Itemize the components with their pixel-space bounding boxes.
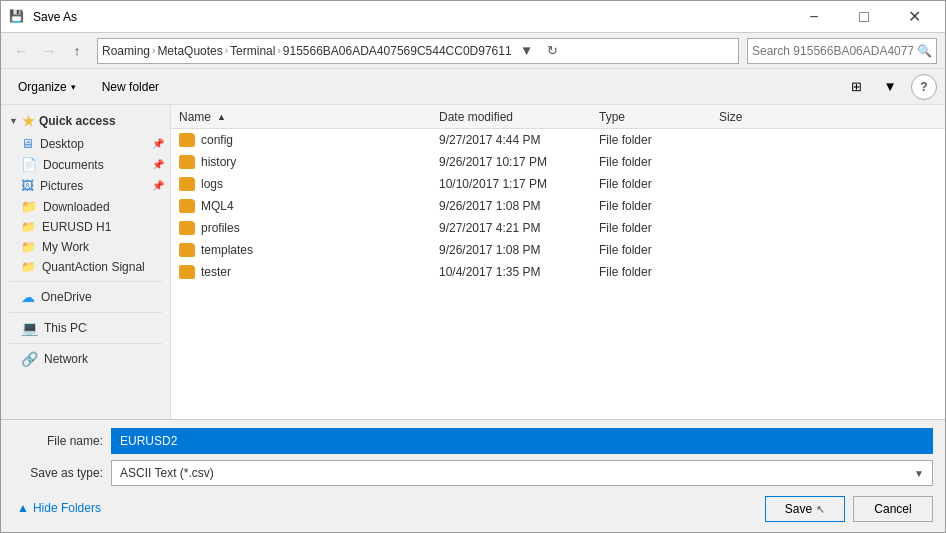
mywork-folder-icon: 📁 xyxy=(21,240,36,254)
sidebar-item-mywork[interactable]: 📁 My Work xyxy=(1,237,170,257)
save-as-type-select[interactable]: ASCII Text (*.csv) ▼ xyxy=(111,460,933,486)
column-name-header[interactable]: Name ▲ xyxy=(171,110,431,124)
new-folder-button[interactable]: New folder xyxy=(93,74,168,100)
sidebar-item-pictures-label: Pictures xyxy=(40,179,83,193)
quick-access-header[interactable]: ▼ ★ Quick access xyxy=(1,109,170,133)
search-input[interactable] xyxy=(752,44,913,58)
search-box[interactable]: 🔍 xyxy=(747,38,937,64)
close-button[interactable]: ✕ xyxy=(891,1,937,33)
crumb-3: Terminal xyxy=(230,44,275,58)
folder-icon-templates xyxy=(179,243,195,257)
file-date-config: 9/27/2017 4:44 PM xyxy=(431,133,591,147)
hide-folders-chevron-icon: ▲ xyxy=(17,501,29,515)
title-bar-left: 💾 Save As xyxy=(9,9,77,25)
sidebar-item-mywork-label: My Work xyxy=(42,240,89,254)
refresh-button[interactable]: ↻ xyxy=(542,40,564,62)
forward-button[interactable]: → xyxy=(37,39,61,63)
save-as-dialog: 💾 Save As − □ ✕ ← → ↑ Roaming › MetaQuot… xyxy=(0,0,946,533)
view-options-button[interactable]: ⊞ xyxy=(843,74,869,100)
sidebar-item-downloaded[interactable]: 📁 Downloaded xyxy=(1,196,170,217)
file-list: config 9/27/2017 4:44 PM File folder his… xyxy=(171,129,945,419)
save-label: Save xyxy=(785,502,812,516)
file-row-logs[interactable]: logs 10/10/2017 1:17 PM File folder xyxy=(171,173,945,195)
maximize-button[interactable]: □ xyxy=(841,1,887,33)
help-button[interactable]: ? xyxy=(911,74,937,100)
save-button[interactable]: Save ↖ xyxy=(765,496,845,522)
window-title: Save As xyxy=(33,10,77,24)
file-date-profiles: 9/27/2017 4:21 PM xyxy=(431,221,591,235)
up-button[interactable]: ↑ xyxy=(65,39,89,63)
sidebar-item-network-label: Network xyxy=(44,352,88,366)
content-area: Name ▲ Date modified Type Size config xyxy=(171,105,945,419)
file-row-profiles[interactable]: profiles 9/27/2017 4:21 PM File folder xyxy=(171,217,945,239)
crumb-sep-2: › xyxy=(225,45,228,56)
sort-icon: ▲ xyxy=(217,112,226,122)
hide-folders-button[interactable]: ▲ Hide Folders xyxy=(13,499,105,517)
title-bar: 💾 Save As − □ ✕ xyxy=(1,1,945,33)
save-as-type-label: Save as type: xyxy=(13,466,103,480)
file-name-profiles: profiles xyxy=(171,221,431,235)
file-row-mql4[interactable]: MQL4 9/26/2017 1:08 PM File folder xyxy=(171,195,945,217)
save-as-type-value: ASCII Text (*.csv) xyxy=(120,466,214,480)
address-bar[interactable]: Roaming › MetaQuotes › Terminal › 915566… xyxy=(97,38,739,64)
sidebar-item-quantaction[interactable]: 📁 QuantAction Signal xyxy=(1,257,170,277)
main-area: ▼ ★ Quick access 🖥 Desktop 📌 📄 Documents… xyxy=(1,105,945,419)
file-row-tester[interactable]: tester 10/4/2017 1:35 PM File folder xyxy=(171,261,945,283)
organize-chevron-icon: ▾ xyxy=(71,82,76,92)
file-date-templates: 9/26/2017 1:08 PM xyxy=(431,243,591,257)
file-type-templates: File folder xyxy=(591,243,711,257)
pictures-folder-icon: 🖼 xyxy=(21,178,34,193)
search-icon: 🔍 xyxy=(917,44,932,58)
sidebar-item-thispc[interactable]: 💻 This PC xyxy=(1,317,170,339)
file-date-tester: 10/4/2017 1:35 PM xyxy=(431,265,591,279)
file-date-history: 9/26/2017 10:17 PM xyxy=(431,155,591,169)
hide-folders-label: Hide Folders xyxy=(33,501,101,515)
file-name-templates: templates xyxy=(171,243,431,257)
sidebar-item-desktop[interactable]: 🖥 Desktop 📌 xyxy=(1,133,170,154)
column-size-header[interactable]: Size xyxy=(711,110,791,124)
save-cursor-icon: ↖ xyxy=(816,503,825,516)
file-row-config[interactable]: config 9/27/2017 4:44 PM File folder xyxy=(171,129,945,151)
sidebar-item-onedrive-label: OneDrive xyxy=(41,290,92,304)
file-date-logs: 10/10/2017 1:17 PM xyxy=(431,177,591,191)
address-breadcrumb: Roaming › MetaQuotes › Terminal › 915566… xyxy=(102,44,512,58)
file-name-input[interactable] xyxy=(111,428,933,454)
file-type-mql4: File folder xyxy=(591,199,711,213)
nav-toolbar: ← → ↑ Roaming › MetaQuotes › Terminal › … xyxy=(1,33,945,69)
sidebar-group-quick-access: ▼ ★ Quick access 🖥 Desktop 📌 📄 Documents… xyxy=(1,109,170,277)
sidebar-item-documents[interactable]: 📄 Documents 📌 xyxy=(1,154,170,175)
sidebar-item-network[interactable]: 🔗 Network xyxy=(1,348,170,370)
crumb-1: Roaming xyxy=(102,44,150,58)
organize-label: Organize xyxy=(18,80,67,94)
thispc-icon: 💻 xyxy=(21,320,38,336)
pin-icon-desktop: 📌 xyxy=(152,138,164,149)
documents-folder-icon: 📄 xyxy=(21,157,37,172)
save-type-row: Save as type: ASCII Text (*.csv) ▼ xyxy=(13,460,933,486)
quick-access-label: Quick access xyxy=(39,114,116,128)
organize-button[interactable]: Organize ▾ xyxy=(9,74,85,100)
address-dropdown-button[interactable]: ▼ xyxy=(516,40,538,62)
bottom-actions-row: ▲ Hide Folders Save ↖ Cancel xyxy=(13,492,933,524)
sidebar-item-pictures[interactable]: 🖼 Pictures 📌 xyxy=(1,175,170,196)
folder-icon-config xyxy=(179,133,195,147)
sidebar-item-eurusd[interactable]: 📁 EURUSD H1 xyxy=(1,217,170,237)
file-type-history: File folder xyxy=(591,155,711,169)
sidebar: ▼ ★ Quick access 🖥 Desktop 📌 📄 Documents… xyxy=(1,105,171,419)
crumb-2: MetaQuotes xyxy=(157,44,222,58)
cancel-button[interactable]: Cancel xyxy=(853,496,933,522)
sidebar-item-onedrive[interactable]: ☁ OneDrive xyxy=(1,286,170,308)
back-button[interactable]: ← xyxy=(9,39,33,63)
minimize-button[interactable]: − xyxy=(791,1,837,33)
file-name-logs: logs xyxy=(171,177,431,191)
column-headers: Name ▲ Date modified Type Size xyxy=(171,105,945,129)
column-type-header[interactable]: Type xyxy=(591,110,711,124)
new-folder-label: New folder xyxy=(102,80,159,94)
file-row-templates[interactable]: templates 9/26/2017 1:08 PM File folder xyxy=(171,239,945,261)
sidebar-item-thispc-label: This PC xyxy=(44,321,87,335)
column-date-header[interactable]: Date modified xyxy=(431,110,591,124)
bottom-bar: File name: Save as type: ASCII Text (*.c… xyxy=(1,419,945,532)
file-type-config: File folder xyxy=(591,133,711,147)
file-row-history[interactable]: history 9/26/2017 10:17 PM File folder xyxy=(171,151,945,173)
network-icon: 🔗 xyxy=(21,351,38,367)
view-chevron-button[interactable]: ▼ xyxy=(877,74,903,100)
